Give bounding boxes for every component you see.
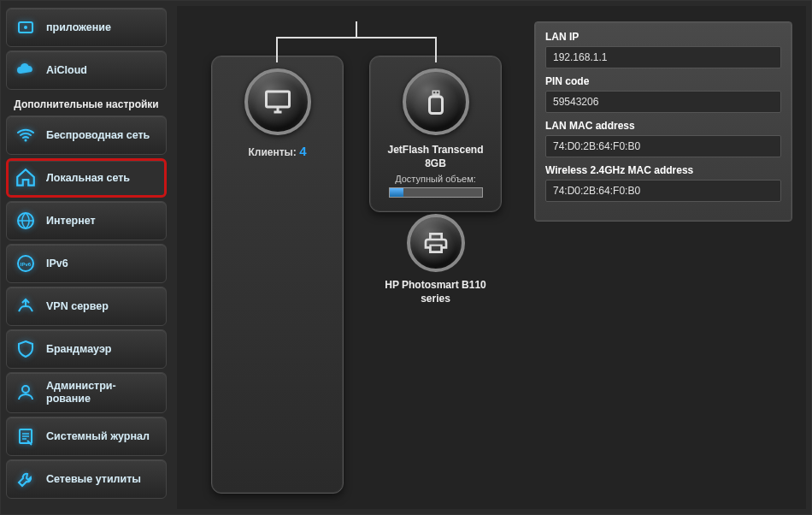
info-label-lanmac: LAN MAC address <box>545 120 781 132</box>
info-label-wmac: Wireless 2.4GHz MAC address <box>545 164 781 176</box>
sidebar-item-lan[interactable]: Локальная сеть <box>6 158 167 198</box>
monitor-icon <box>244 68 311 135</box>
sidebar-item-label: Сетевые утилиты <box>46 473 141 486</box>
usb-device-name: JetFlash Transcend 8GB <box>379 144 492 170</box>
printer-name: HP Photosmart B110 series <box>369 279 502 305</box>
ipv6-icon: IPv6 <box>14 252 38 275</box>
cloud-icon <box>14 58 38 82</box>
printer-icon <box>407 214 465 272</box>
clients-label: Клиенты: <box>248 146 296 158</box>
shield-icon <box>14 337 38 361</box>
sidebar-item-label: AiCloud <box>46 64 87 77</box>
info-value-wmac: 74:D0:2B:64:F0:B0 <box>545 180 781 202</box>
info-label-pin: PIN code <box>545 75 781 87</box>
sidebar-item-label: Беспроводная сеть <box>46 129 150 142</box>
svg-rect-11 <box>433 92 435 93</box>
sidebar-item-wireless[interactable]: Беспроводная сеть <box>6 115 167 155</box>
sidebar-item-label: Интернет <box>46 215 96 228</box>
sidebar-item-aicloud[interactable]: AiCloud <box>6 50 167 90</box>
svg-rect-12 <box>436 92 438 93</box>
svg-text:IPv6: IPv6 <box>21 262 32 267</box>
sidebar-item-tools[interactable]: Сетевые утилиты <box>6 459 167 499</box>
sidebar-item-firewall[interactable]: Брандмауэр <box>6 329 167 369</box>
wifi-icon <box>14 123 38 147</box>
svg-rect-10 <box>429 97 442 114</box>
vpn-icon <box>14 294 38 318</box>
sidebar-item-label: Системный журнал <box>46 430 150 443</box>
user-icon <box>14 381 38 405</box>
usb-usage-bar <box>389 187 483 198</box>
sidebar-section-title: Дополнительные настройки <box>6 93 167 112</box>
info-value-pin: 59543206 <box>545 91 781 113</box>
usb-card[interactable]: JetFlash Transcend 8GB Доступный объем: <box>369 56 502 212</box>
sidebar-item-label: Администри-рование <box>46 380 159 405</box>
clients-count: 4 <box>299 144 306 158</box>
network-map: Клиенты: 4 JetFlash Transcend 8GB Доступ… <box>191 21 522 494</box>
sidebar-item-label: VPN сервер <box>46 300 109 313</box>
svg-point-6 <box>22 386 29 393</box>
wrench-icon <box>14 467 38 491</box>
sidebar-item-vpn[interactable]: VPN сервер <box>6 287 167 326</box>
sidebar-item-ipv6[interactable]: IPv6 IPv6 <box>6 244 167 283</box>
home-icon <box>14 166 38 190</box>
sidebar-item-wan[interactable]: Интернет <box>6 201 167 240</box>
globe-icon <box>14 209 38 233</box>
usb-stick-icon <box>403 68 469 135</box>
sidebar-item-syslog[interactable]: Системный журнал <box>6 417 167 456</box>
svg-rect-8 <box>266 92 289 107</box>
usb-available-label: Доступный объем: <box>395 174 476 184</box>
printer-card[interactable]: HP Photosmart B110 series <box>369 205 502 305</box>
sidebar-item-app[interactable]: приложение <box>6 8 167 47</box>
sidebar-item-label: Локальная сеть <box>46 172 130 185</box>
app-icon <box>14 15 38 39</box>
info-value-lanip: 192.168.1.1 <box>545 46 781 68</box>
svg-point-1 <box>24 26 27 29</box>
sidebar-item-label: IPv6 <box>46 258 68 270</box>
sidebar-item-label: приложение <box>46 21 111 34</box>
info-value-lanmac: 74:D0:2B:64:F0:B0 <box>545 135 781 157</box>
clients-card[interactable]: Клиенты: 4 <box>211 56 344 494</box>
main-area: Клиенты: 4 JetFlash Transcend 8GB Доступ… <box>172 1 811 514</box>
system-info-panel: LAN IP 192.168.1.1 PIN code 59543206 LAN… <box>534 21 792 222</box>
info-label-lanip: LAN IP <box>545 31 781 43</box>
log-icon <box>14 424 38 448</box>
sidebar-item-admin[interactable]: Администри-рование <box>6 372 167 413</box>
sidebar-item-label: Брандмауэр <box>46 343 111 356</box>
sidebar: приложение AiCloud Дополнительные настро… <box>1 1 172 514</box>
svg-point-2 <box>25 139 27 142</box>
